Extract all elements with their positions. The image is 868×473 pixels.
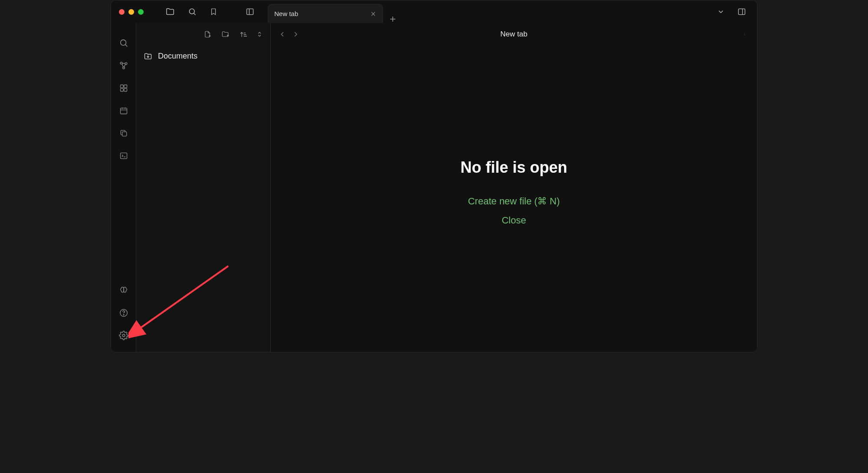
svg-rect-26 xyxy=(122,132,126,136)
svg-point-42 xyxy=(744,34,745,35)
svg-rect-21 xyxy=(124,89,127,92)
window-controls xyxy=(111,9,144,15)
explorer-tree: Documents xyxy=(136,46,270,67)
svg-rect-22 xyxy=(120,108,127,114)
svg-rect-19 xyxy=(124,85,127,88)
svg-line-16 xyxy=(124,64,125,67)
app-body: Documents New tab xyxy=(111,23,757,352)
nav-back-icon[interactable] xyxy=(279,31,286,38)
editor-header: New tab xyxy=(271,23,757,46)
editor-title: New tab xyxy=(500,30,527,39)
tab-new[interactable]: New tab xyxy=(268,4,383,23)
svg-line-15 xyxy=(122,64,123,67)
collapse-expand-icon[interactable] xyxy=(256,30,263,39)
empty-heading: No file is open xyxy=(460,158,567,177)
svg-rect-20 xyxy=(120,89,123,92)
panel-left-icon[interactable] xyxy=(245,7,255,16)
svg-rect-8 xyxy=(739,9,745,14)
activity-bar xyxy=(111,23,136,352)
title-toolbar xyxy=(165,7,255,16)
activity-calendar-icon[interactable] xyxy=(111,99,136,122)
editor-more-icon[interactable] xyxy=(743,30,757,38)
new-folder-icon[interactable] xyxy=(221,30,230,38)
folder-download-icon xyxy=(143,52,153,61)
chevron-down-icon[interactable] xyxy=(717,8,725,16)
svg-line-1 xyxy=(194,13,196,15)
explorer-panel: Documents xyxy=(136,23,271,352)
window-close-button[interactable] xyxy=(119,9,125,15)
activity-brain-icon[interactable] xyxy=(111,279,136,302)
svg-rect-27 xyxy=(120,153,127,158)
activity-help-icon[interactable] xyxy=(111,302,136,324)
window-maximize-button[interactable] xyxy=(138,9,144,15)
create-file-link[interactable]: Create new file (⌘ N) xyxy=(468,196,560,207)
editor-empty-state: No file is open Create new file (⌘ N) Cl… xyxy=(271,46,757,352)
tab-label: New tab xyxy=(274,10,298,17)
svg-rect-2 xyxy=(247,9,253,14)
explorer-toolbar xyxy=(136,23,270,46)
svg-point-30 xyxy=(123,315,124,315)
new-file-icon[interactable] xyxy=(204,30,211,39)
activity-settings-icon[interactable] xyxy=(111,324,136,347)
svg-point-43 xyxy=(744,35,745,35)
title-right-controls xyxy=(717,7,757,16)
svg-point-0 xyxy=(189,9,194,14)
activity-grid-icon[interactable] xyxy=(111,77,136,99)
svg-point-31 xyxy=(122,334,125,337)
nav-arrows xyxy=(271,31,299,38)
new-tab-button[interactable] xyxy=(389,15,397,23)
activity-terminal-icon[interactable] xyxy=(111,145,136,167)
search-icon[interactable] xyxy=(188,7,197,16)
sort-icon[interactable] xyxy=(239,30,247,38)
tab-strip: New tab xyxy=(268,0,397,23)
folder-icon[interactable] xyxy=(165,7,175,16)
tab-close-icon[interactable] xyxy=(370,11,376,17)
window-minimize-button[interactable] xyxy=(128,9,134,15)
tree-root-label: Documents xyxy=(158,52,197,61)
svg-point-41 xyxy=(744,33,745,34)
activity-graph-icon[interactable] xyxy=(111,54,136,77)
title-bar: New tab xyxy=(111,0,757,23)
tree-root-item[interactable]: Documents xyxy=(142,50,264,62)
svg-line-11 xyxy=(125,45,127,46)
svg-rect-18 xyxy=(120,85,123,88)
nav-forward-icon[interactable] xyxy=(293,31,299,38)
svg-point-10 xyxy=(120,40,126,46)
app-window: New tab xyxy=(111,0,757,352)
bookmark-icon[interactable] xyxy=(210,7,217,16)
panel-right-icon[interactable] xyxy=(737,7,746,16)
activity-copy-icon[interactable] xyxy=(111,122,136,145)
activity-search-icon[interactable] xyxy=(111,32,136,54)
editor-area: New tab No file is open Create new file … xyxy=(271,23,757,352)
close-link[interactable]: Close xyxy=(502,215,526,226)
